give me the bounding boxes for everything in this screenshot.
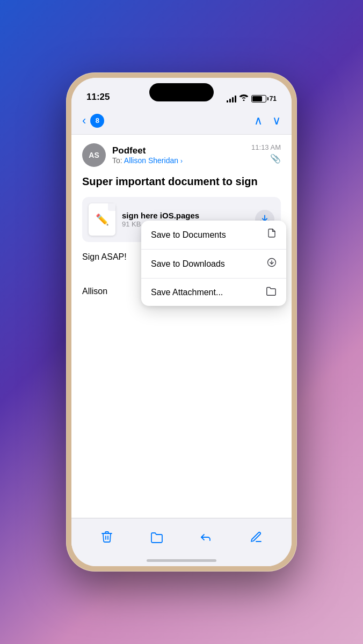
sender-to: To: Allison Sheridan › [112, 156, 183, 165]
next-message-button[interactable]: ∨ [272, 114, 281, 128]
dropdown-menu: Save to Documents Save to Downloads [141, 221, 286, 306]
save-to-documents-item[interactable]: Save to Documents [141, 221, 286, 250]
recipient-chevron-icon: › [180, 157, 183, 165]
sender-details: Podfeet To: Allison Sheridan › [112, 145, 183, 165]
phone-screen: 11:25 [71, 78, 292, 566]
file-icon: ✏️ [89, 203, 115, 236]
delete-button[interactable] [95, 525, 119, 549]
save-attachment-label: Save Attachment... [151, 288, 223, 297]
pages-icon: ✏️ [96, 213, 109, 226]
badge-count[interactable]: 8 [90, 114, 104, 128]
status-time: 11:25 [86, 92, 110, 103]
nav-right: ∧ ∨ [254, 114, 281, 128]
save-attachment-item[interactable]: Save Attachment... [141, 279, 286, 306]
reply-button[interactable] [194, 525, 218, 549]
document-icon [267, 228, 277, 241]
previous-message-button[interactable]: ∧ [254, 114, 263, 128]
sender-name: Podfeet [112, 145, 183, 156]
sender-info: AS Podfeet To: Allison Sheridan › [82, 143, 183, 167]
attachment-clip-icon: 📎 [270, 153, 281, 164]
recipient-name[interactable]: Allison Sheridan [124, 156, 178, 165]
wifi-icon [239, 94, 248, 103]
nav-left: ‹ 8 [82, 114, 104, 128]
folder-icon [266, 286, 277, 298]
save-to-downloads-item[interactable]: Save to Downloads [141, 250, 286, 279]
home-indicator [147, 559, 216, 562]
email-time-area: 11:13 AM 📎 [251, 143, 281, 164]
save-to-documents-label: Save to Documents [151, 230, 226, 240]
back-button[interactable]: ‹ [82, 115, 86, 127]
file-name: sign here iOS.pages [122, 211, 249, 220]
email-content: AS Podfeet To: Allison Sheridan › 11:13 … [71, 135, 292, 311]
battery-icon: 71 [251, 95, 277, 103]
nav-bar: ‹ 8 ∧ ∨ [71, 107, 292, 135]
downloads-icon [267, 257, 277, 270]
email-scroll-area: AS Podfeet To: Allison Sheridan › 11:13 … [71, 135, 292, 518]
attachment-container: ✏️ sign here iOS.pages 91 KB [82, 197, 281, 242]
move-button[interactable] [145, 525, 169, 549]
email-subject: Super important document to sign [82, 174, 281, 188]
email-header: AS Podfeet To: Allison Sheridan › 11:13 … [82, 143, 281, 167]
dynamic-island [149, 83, 214, 101]
phone-frame: 11:25 [66, 72, 297, 572]
battery-level: 71 [270, 95, 277, 103]
status-bar: 11:25 [71, 78, 292, 107]
avatar: AS [82, 143, 106, 167]
email-time: 11:13 AM [251, 143, 281, 151]
status-icons: 71 [227, 94, 277, 103]
signal-icon [227, 95, 236, 103]
compose-button[interactable] [244, 525, 268, 549]
save-to-downloads-label: Save to Downloads [151, 259, 225, 269]
